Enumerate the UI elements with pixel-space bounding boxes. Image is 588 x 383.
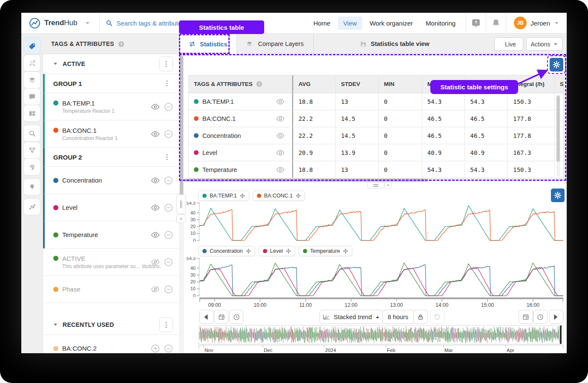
sidebar-item-ba-temp-1[interactable]: BA:TEMP.1Temperature Reactor 1 <box>43 93 179 120</box>
panel-resize-grip[interactable] <box>176 194 186 214</box>
group-menu-button[interactable] <box>166 154 170 160</box>
brand-caret-icon[interactable] <box>85 22 90 25</box>
tab-statistics[interactable]: Statistics <box>179 34 237 54</box>
eye-off-icon[interactable] <box>151 257 160 266</box>
search-input[interactable]: Search tags & attributes <box>106 20 184 27</box>
actions-button[interactable]: Actions <box>526 37 562 51</box>
eye-icon[interactable] <box>276 150 285 156</box>
eye-icon[interactable] <box>276 167 285 173</box>
table-scrollbar[interactable] <box>556 94 560 177</box>
help-circle-icon[interactable]: ? <box>118 41 124 47</box>
sidebar-scrollbar-thumb[interactable] <box>180 56 183 196</box>
rail-layers-button[interactable] <box>23 71 40 89</box>
start-time-button[interactable] <box>229 310 243 324</box>
minus-icon[interactable] <box>164 102 173 111</box>
eye-icon[interactable] <box>151 230 160 239</box>
table-horizontal-scrollbar[interactable] <box>184 179 563 182</box>
minus-icon[interactable] <box>164 230 173 239</box>
overview-timeline[interactable] <box>199 325 563 344</box>
minus-icon[interactable] <box>164 203 173 212</box>
rail-sparkle-button[interactable] <box>23 54 40 71</box>
section-caret-icon[interactable] <box>53 323 58 326</box>
chart-settings-button[interactable] <box>551 189 565 202</box>
nav-item-work-organizer[interactable]: Work organizer <box>365 17 418 30</box>
end-date-button[interactable] <box>519 310 533 324</box>
top-trend-chart[interactable]: 54.3403020100 <box>184 202 567 242</box>
minus-icon[interactable] <box>164 257 173 266</box>
sidebar-group-group-2[interactable]: GROUP 2 <box>43 148 179 167</box>
legend-chip-level[interactable]: Level <box>259 246 295 256</box>
nav-item-view[interactable]: View <box>338 17 362 30</box>
table-scrollbar-thumb[interactable] <box>556 96 560 162</box>
rail-comment-button[interactable] <box>23 88 40 105</box>
nav-item-monitoring[interactable]: Monitoring <box>421 17 461 30</box>
rail-scatter-button[interactable] <box>23 198 40 215</box>
eye-off-icon[interactable] <box>151 285 160 294</box>
table-horizontal-scrollbar-thumb[interactable] <box>184 179 427 182</box>
panel-collapse-button[interactable]: × <box>176 214 186 223</box>
move-icon[interactable] <box>240 193 245 198</box>
minus-icon[interactable] <box>164 344 173 353</box>
bottom-trend-chart[interactable]: 54.3403020100 <box>184 257 567 297</box>
minus-icon[interactable] <box>164 176 173 185</box>
eye-icon[interactable] <box>276 99 285 105</box>
sidebar-item-temperature[interactable]: Temperature <box>43 221 179 249</box>
section-caret-icon[interactable] <box>53 63 58 65</box>
move-icon[interactable] <box>286 249 291 254</box>
view-mode-dropdown[interactable]: Stacked trend <box>320 310 383 324</box>
eye-icon[interactable] <box>151 129 160 138</box>
section-menu-button[interactable] <box>159 317 173 332</box>
split-close-button[interactable]: × <box>385 182 392 189</box>
rail-filter-button[interactable] <box>23 142 40 159</box>
sidebar-item-ba-conc-2[interactable]: BA:CONC.2 <box>43 335 179 353</box>
end-time-button[interactable] <box>533 310 548 324</box>
step-forward-button[interactable] <box>549 310 563 324</box>
sidebar-group-group-1[interactable]: GROUP 1 <box>43 74 179 93</box>
eye-icon[interactable] <box>151 102 160 111</box>
step-back-button[interactable] <box>199 310 213 324</box>
sidebar-item-ba-conc-1[interactable]: BA:CONC.1Concentration Reactor 1 <box>43 120 179 148</box>
move-icon[interactable] <box>343 249 348 254</box>
move-icon[interactable] <box>296 193 301 198</box>
rail-lightbulb-button[interactable] <box>23 178 40 195</box>
section-menu-button[interactable] <box>159 57 173 71</box>
plus-icon[interactable] <box>151 344 160 353</box>
sidebar-item-concentration[interactable]: Concentration <box>43 167 179 194</box>
duration-button[interactable]: 8 hours <box>382 310 414 324</box>
tab-compare-layers[interactable]: Compare Layers <box>237 34 313 54</box>
nav-item-home[interactable]: Home <box>308 17 335 30</box>
minus-icon[interactable] <box>164 285 173 294</box>
sidebar-section-active[interactable]: ACTIVE <box>43 54 179 74</box>
eye-icon[interactable] <box>276 133 285 139</box>
start-date-button[interactable] <box>214 310 228 324</box>
statistics-table-settings-button[interactable] <box>550 58 563 71</box>
lock-timespan-button[interactable] <box>413 310 428 324</box>
sidebar-section-recently-used[interactable]: RECENTLY USED <box>43 315 179 335</box>
legend-chip-ba-conc-1[interactable]: BA:CONC.1 <box>253 191 305 201</box>
rail-dashboard-button[interactable] <box>23 105 40 122</box>
user-avatar[interactable]: JB <box>514 17 527 29</box>
user-name[interactable]: Jeroen <box>530 20 550 27</box>
legend-chip-temperature[interactable]: Temperature <box>299 246 352 256</box>
rail-tag-button[interactable] <box>23 37 40 54</box>
move-icon[interactable] <box>246 249 251 254</box>
live-button[interactable]: Live <box>494 37 523 51</box>
sidebar-item-phase[interactable]: Phase <box>43 276 179 303</box>
legend-chip-concentration[interactable]: Concentration <box>198 246 255 256</box>
eye-icon[interactable] <box>276 116 285 122</box>
split-resize-grip[interactable] <box>367 182 384 189</box>
rail-fingerprint-button[interactable] <box>23 158 40 175</box>
notifications-bell-icon[interactable] <box>491 18 501 28</box>
help-circle-icon[interactable]: ? <box>256 81 262 87</box>
brand[interactable]: TrendHub <box>21 17 90 29</box>
sidebar-item-level[interactable]: Level <box>43 194 179 221</box>
sidebar-item-active[interactable]: ACTIVEThis attribute uses parameter su… … <box>43 249 179 276</box>
legend-chip-ba-temp-1[interactable]: BA:TEMP.1 <box>198 191 249 201</box>
minus-icon[interactable] <box>164 129 173 138</box>
group-menu-button[interactable] <box>166 80 170 87</box>
eye-icon[interactable] <box>151 203 160 212</box>
help-icon[interactable]: ? <box>471 18 481 28</box>
rail-search-button[interactable] <box>23 125 40 142</box>
user-menu-caret-icon[interactable] <box>554 22 559 25</box>
eye-icon[interactable] <box>151 176 160 185</box>
